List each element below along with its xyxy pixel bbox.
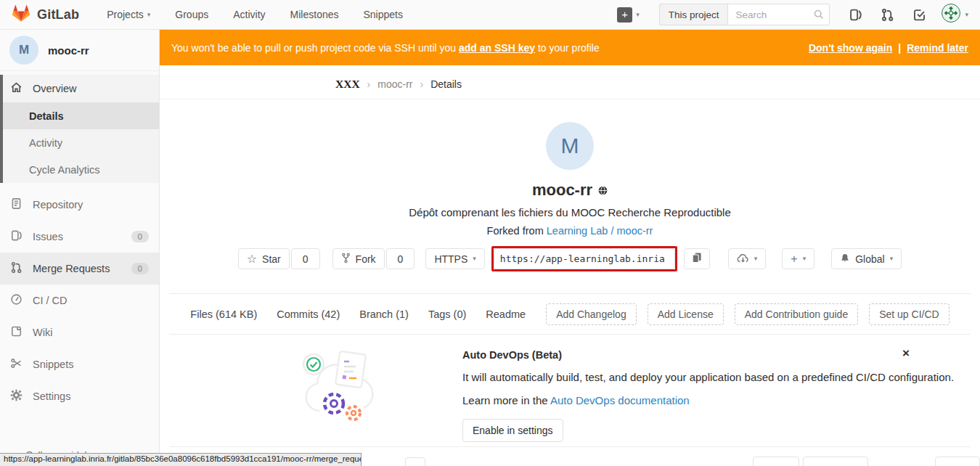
sidebar-project-header[interactable]: M mooc-rr xyxy=(0,30,159,71)
add-ssh-key-link[interactable]: add an SSH key xyxy=(459,42,535,54)
breadcrumb-root[interactable]: XXX xyxy=(335,78,360,91)
sidebar-item-overview[interactable]: Overview xyxy=(3,75,159,102)
fork-count[interactable]: 0 xyxy=(386,248,415,269)
sidebar-item-wiki[interactable]: Wiki xyxy=(0,316,159,348)
issues-icon[interactable] xyxy=(849,8,862,22)
project-header: M mooc-rr Dépôt comprenant les fichiers … xyxy=(160,99,980,237)
divider xyxy=(169,446,971,447)
dont-show-again-link[interactable]: Don't show again xyxy=(809,42,892,54)
setup-cicd-button[interactable]: Set up CI/CD xyxy=(869,303,949,325)
partial-button[interactable] xyxy=(753,457,799,466)
main-content: XXX › mooc-rr › Details M mooc-rr Dépôt … xyxy=(160,65,980,466)
protocol-dropdown[interactable]: HTTPS ▾ xyxy=(425,248,484,269)
branch-link[interactable]: Branch (1) xyxy=(359,308,409,320)
nav-groups[interactable]: Groups xyxy=(175,9,208,20)
gitlab-logo[interactable]: GitLab xyxy=(12,4,79,25)
issues-icon xyxy=(10,229,23,244)
forked-from-line: Forked from Learning Lab / mooc-rr xyxy=(160,225,980,237)
fork-icon xyxy=(341,253,351,266)
notification-dropdown[interactable]: Global ▾ xyxy=(831,248,902,269)
clone-url-input[interactable] xyxy=(494,248,675,269)
partial-button[interactable] xyxy=(405,457,425,466)
search-group: This project xyxy=(659,4,830,25)
navbar-right: + ▾ This project xyxy=(617,4,968,25)
partial-button[interactable] xyxy=(935,457,980,466)
nav-activity[interactable]: Activity xyxy=(233,9,265,20)
new-menu-button[interactable]: + xyxy=(617,7,632,23)
chevron-down-icon[interactable]: ▾ xyxy=(636,12,640,18)
plus-icon: + xyxy=(791,253,797,265)
gitlab-tanuki-icon xyxy=(12,4,30,25)
project-avatar: M xyxy=(546,122,594,170)
star-button[interactable]: ☆ Star xyxy=(238,248,290,269)
create-new-dropdown[interactable]: + ▾ xyxy=(782,248,814,269)
navbar-icons xyxy=(849,8,926,22)
add-license-button[interactable]: Add License xyxy=(648,303,724,325)
nav-milestones[interactable]: Milestones xyxy=(290,9,339,20)
devops-learn-line: Learn more in the Auto DevOps documentat… xyxy=(462,394,954,406)
sidebar-item-cycle-analytics[interactable]: Cycle Analytics xyxy=(3,156,159,183)
ssh-warning-banner: You won't be able to pull or push projec… xyxy=(160,30,980,65)
chevron-down-icon: ▾ xyxy=(147,12,151,18)
search-scope-label[interactable]: This project xyxy=(659,4,728,25)
project-actions-row: ☆ Star 0 Fork 0 HTTPS ▾ xyxy=(160,246,980,271)
star-count[interactable]: 0 xyxy=(291,248,320,269)
browser-status-bar: https://app-learninglab.inria.fr/gitlab/… xyxy=(0,453,362,466)
top-navbar: GitLab Projects▾ Groups Activity Milesto… xyxy=(0,0,980,30)
sidebar-item-issues[interactable]: Issues 0 xyxy=(0,221,159,253)
sidebar-item-ci-cd[interactable]: CI / CD xyxy=(0,285,159,316)
scissors-icon xyxy=(10,357,23,372)
todos-icon[interactable] xyxy=(912,8,926,22)
star-icon: ☆ xyxy=(247,253,257,265)
remind-later-link[interactable]: Remind later xyxy=(907,42,968,54)
files-link[interactable]: Files (614 KB) xyxy=(190,308,257,320)
readme-link[interactable]: Readme xyxy=(486,308,526,320)
sidebar-item-activity[interactable]: Activity xyxy=(3,129,159,156)
brand-name: GitLab xyxy=(37,7,79,23)
project-stats-row: Files (614 KB) Commits (42) Branch (1) T… xyxy=(160,294,980,334)
copy-url-button[interactable] xyxy=(684,248,710,269)
sidebar-section-overview: Overview Details Activity Cycle Analytic… xyxy=(0,75,159,183)
clone-url-annotation-box xyxy=(491,246,677,271)
mr-count-badge: 0 xyxy=(131,263,149,274)
chevron-down-icon: ▾ xyxy=(803,256,807,262)
close-icon[interactable]: × xyxy=(902,347,910,359)
pipe-separator: | xyxy=(898,42,901,54)
project-title-row: mooc-rr xyxy=(160,181,980,200)
commits-link[interactable]: Commits (42) xyxy=(277,308,340,320)
merge-requests-icon[interactable] xyxy=(881,8,894,22)
project-title: mooc-rr xyxy=(532,181,592,200)
sidebar-item-settings[interactable]: Settings xyxy=(0,380,159,412)
sidebar-item-details[interactable]: Details xyxy=(3,102,159,129)
enable-in-settings-button[interactable]: Enable in settings xyxy=(462,419,563,442)
project-sidebar: M mooc-rr Overview Details Activity Cycl… xyxy=(0,30,160,466)
fork-button[interactable]: Fork xyxy=(332,248,385,269)
forked-from-link[interactable]: Learning Lab / mooc-rr xyxy=(547,225,653,237)
sidebar-item-repository[interactable]: Repository xyxy=(0,189,159,221)
sidebar-item-snippets[interactable]: Snippets xyxy=(0,348,159,380)
auto-devops-doc-link[interactable]: Auto DevOps documentation xyxy=(550,394,690,406)
nav-snippets[interactable]: Snippets xyxy=(364,9,403,20)
breadcrumb-current: Details xyxy=(430,78,462,90)
download-dropdown[interactable]: ▾ xyxy=(728,248,767,269)
project-description: Dépôt comprenant les fichiers du MOOC Re… xyxy=(160,206,980,218)
search-icon xyxy=(813,9,825,23)
project-action-buttons: Add Changelog Add License Add Contributi… xyxy=(546,303,950,325)
public-globe-icon xyxy=(598,181,608,200)
add-changelog-button[interactable]: Add Changelog xyxy=(546,303,637,325)
tags-link[interactable]: Tags (0) xyxy=(428,308,466,320)
clipboard-icon xyxy=(691,252,702,266)
partial-button[interactable] xyxy=(803,457,868,466)
devops-text-block: Auto DevOps (Beta) It will automatically… xyxy=(462,349,954,442)
project-avatar-small: M xyxy=(9,36,38,65)
auto-devops-banner: Auto DevOps (Beta) It will automatically… xyxy=(160,335,980,443)
document-icon xyxy=(10,197,23,212)
banner-message: You won't be able to pull or push projec… xyxy=(171,42,600,54)
sidebar-item-merge-requests[interactable]: Merge Requests 0 xyxy=(0,253,159,285)
book-icon xyxy=(10,325,23,340)
breadcrumb-project[interactable]: mooc-rr xyxy=(377,78,412,90)
add-contribution-guide-button[interactable]: Add Contribution guide xyxy=(735,303,858,325)
gear-icon xyxy=(10,389,23,404)
user-menu[interactable]: ▾ xyxy=(942,4,968,25)
nav-projects[interactable]: Projects▾ xyxy=(107,9,150,20)
